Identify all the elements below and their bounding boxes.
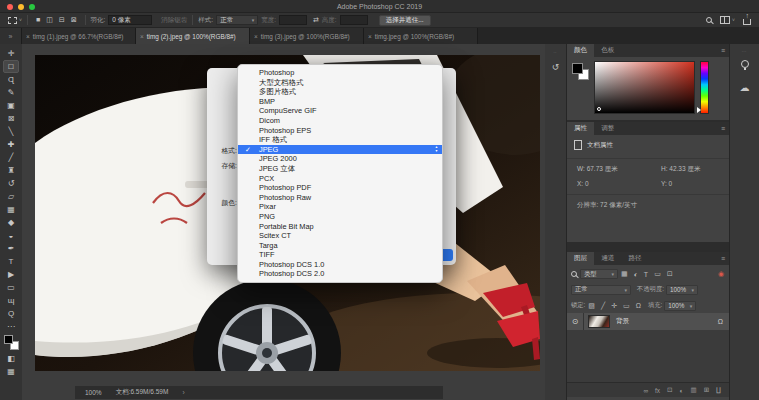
eraser-tool[interactable]: ▱ [3, 190, 19, 203]
marquee-tool[interactable]: □ [3, 60, 19, 73]
height-input[interactable] [340, 15, 368, 25]
subtract-selection-icon[interactable]: ⊟ [59, 16, 65, 24]
anti-alias-checkbox[interactable]: 消除锯齿 [161, 16, 187, 25]
format-option[interactable]: IFF 格式 [238, 135, 442, 145]
blend-mode-select[interactable]: 正常▾ [571, 285, 631, 295]
filter-pixel-layers-icon[interactable]: ▦ [621, 270, 628, 278]
lock-transparency-icon[interactable]: ▨ [588, 302, 595, 310]
new-group-icon[interactable]: ▥ [690, 386, 696, 394]
hue-slider-cursor[interactable] [697, 107, 701, 113]
fill-select[interactable]: 100%▾ [664, 301, 696, 311]
frame-tool[interactable]: ⊠ [3, 112, 19, 125]
format-option[interactable]: BMP [238, 97, 442, 107]
width-input[interactable] [279, 15, 307, 25]
libraries-panel-icon[interactable]: ☁ [740, 82, 750, 93]
lock-paint-icon[interactable]: ╱ [601, 302, 605, 310]
layer-style-fx-icon[interactable]: fx [655, 387, 660, 394]
new-adjustment-layer-icon[interactable]: ◐ [680, 387, 684, 394]
visibility-eye-icon[interactable]: ⊙ [567, 313, 584, 330]
link-layers-icon[interactable]: ∞ [643, 387, 648, 394]
format-option[interactable]: PCX [238, 174, 442, 184]
screen-mode-button[interactable]: ▦ [3, 365, 19, 378]
blur-tool[interactable]: ◆ [3, 216, 19, 229]
format-option[interactable]: Photoshop Raw [238, 193, 442, 203]
quick-mask-button[interactable]: ◧ [3, 352, 19, 365]
hue-slider[interactable] [700, 61, 709, 114]
add-selection-icon[interactable]: ◫ [46, 16, 53, 24]
close-icon[interactable]: × [254, 33, 258, 40]
layer-name[interactable]: 背景 [616, 317, 629, 326]
filter-adjustment-layers-icon[interactable]: ◐ [634, 271, 638, 278]
chevron-down-icon[interactable]: ˅ [19, 17, 22, 23]
format-option[interactable]: Photoshop [238, 68, 442, 78]
foreground-color-swatch[interactable] [4, 335, 13, 344]
eyedropper-tool[interactable]: ╲ [3, 125, 19, 138]
move-tool[interactable]: ✛ [3, 47, 19, 60]
format-option[interactable]: Targa [238, 241, 442, 251]
format-option[interactable]: TIFF [238, 250, 442, 260]
tab-adjustments[interactable]: 调整 [594, 122, 621, 135]
format-option[interactable]: Scitex CT [238, 231, 442, 241]
layer-filter-select[interactable]: 类型▾ [580, 269, 618, 279]
color-picker-cursor[interactable] [597, 107, 601, 111]
edit-toolbar-icon[interactable]: ⋯ [3, 320, 19, 333]
format-option[interactable]: 多图片格式 [238, 87, 442, 97]
saturation-brightness-picker[interactable] [594, 61, 695, 114]
tab-overflow-button[interactable]: » [0, 28, 22, 44]
share-icon[interactable] [743, 19, 751, 25]
opacity-select[interactable]: 100%▾ [666, 285, 698, 295]
lock-all-icon[interactable]: Ω [636, 302, 641, 309]
filter-smart-objects-icon[interactable]: ⊡ [667, 270, 673, 278]
format-option[interactable]: PNG [238, 212, 442, 222]
panel-menu-icon[interactable]: ≡ [721, 47, 725, 54]
style-select[interactable]: 正常▾ [216, 15, 258, 25]
format-option[interactable]: JPEG 立体 [238, 164, 442, 174]
format-option[interactable]: Photoshop DCS 1.0 [238, 260, 442, 270]
filter-shape-layers-icon[interactable]: ▭ [654, 270, 661, 278]
close-icon[interactable]: × [368, 33, 372, 40]
close-icon[interactable]: × [26, 33, 30, 40]
tab-color[interactable]: 颜色 [567, 44, 594, 57]
lasso-tool[interactable]: Ɋ [3, 73, 19, 86]
tab-timg[interactable]: ×timg.jpeg @ 100%(RGB/8#) [364, 28, 478, 44]
healing-brush-tool[interactable]: ✚ [3, 138, 19, 151]
lock-artboard-icon[interactable]: ▭ [623, 302, 630, 310]
delete-layer-icon[interactable]: ∐ [716, 386, 721, 394]
close-icon[interactable]: × [140, 33, 144, 40]
format-option[interactable]: Dicom [238, 116, 442, 126]
shape-tool[interactable]: ▭ [3, 281, 19, 294]
brush-tool[interactable]: ╱ [3, 151, 19, 164]
format-option[interactable]: CompuServe GIF [238, 106, 442, 116]
tab-timg-3[interactable]: ×timg (3).jpeg @ 100%(RGB/8#) [250, 28, 364, 44]
tab-timg-1[interactable]: ×timg (1).jpeg @ 66.7%(RGB/8#) [22, 28, 136, 44]
hand-tool[interactable]: ɰ [3, 294, 19, 307]
format-option-selected[interactable]: ✓ JPEG ▲▼ [238, 145, 442, 155]
foreground-background-swatches[interactable] [4, 335, 19, 350]
format-option[interactable]: 大型文档格式 [238, 78, 442, 88]
format-option[interactable]: Photoshop PDF [238, 183, 442, 193]
pen-tool[interactable]: ✒ [3, 242, 19, 255]
path-selection-tool[interactable]: ▶ [3, 268, 19, 281]
tab-timg-2-active[interactable]: ×timg (2).jpeg @ 100%(RGB/8#) [136, 28, 250, 44]
workspace-icon[interactable] [720, 16, 730, 24]
tool-preset-marquee-icon[interactable] [8, 17, 17, 24]
panel-menu-icon[interactable]: ≡ [721, 255, 725, 262]
foreground-color-swatch[interactable] [572, 63, 583, 74]
zoom-tool[interactable]: Q [3, 307, 19, 320]
tab-properties[interactable]: 属性 [567, 122, 594, 135]
tab-channels[interactable]: 通道 [594, 252, 621, 265]
dodge-tool[interactable]: ◒ [3, 229, 19, 242]
format-option[interactable]: Pixar [238, 202, 442, 212]
tab-layers[interactable]: 图层 [567, 252, 594, 265]
gradient-tool[interactable]: ▦ [3, 203, 19, 216]
filter-type-layers-icon[interactable]: T [644, 271, 648, 278]
history-brush-tool[interactable]: ↺ [3, 177, 19, 190]
format-option[interactable]: Portable Bit Map [238, 222, 442, 232]
type-tool[interactable]: T [3, 255, 19, 268]
layer-row-background[interactable]: ⊙ 背景 Ω [567, 313, 729, 330]
format-option[interactable]: Photoshop DCS 2.0 [238, 269, 442, 279]
layer-thumbnail[interactable] [588, 315, 610, 328]
tab-paths[interactable]: 路径 [621, 252, 648, 265]
swap-dimensions-icon[interactable]: ⇄ [313, 16, 319, 24]
status-chevron-icon[interactable]: › [182, 389, 184, 396]
